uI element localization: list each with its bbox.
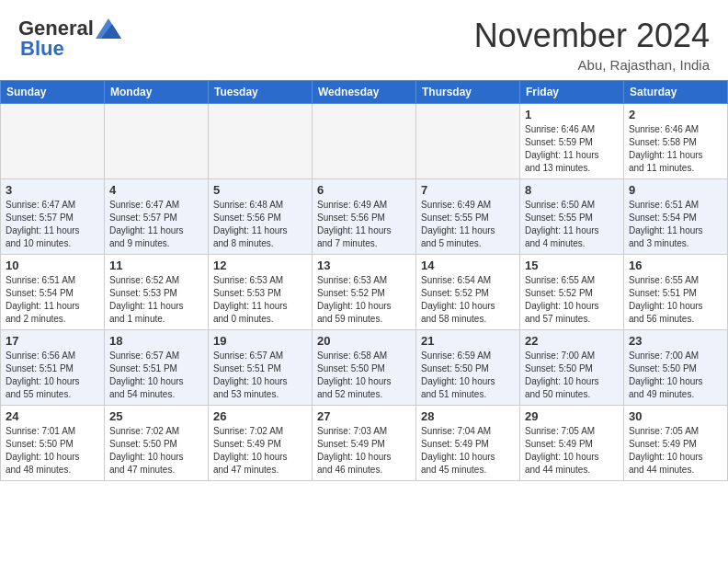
day-info: Sunrise: 7:03 AM Sunset: 5:49 PM Dayligh… [317,425,411,477]
logo-icon [96,18,121,39]
calendar-day-cell: 2Sunrise: 6:46 AM Sunset: 5:58 PM Daylig… [624,104,728,179]
day-info: Sunrise: 6:53 AM Sunset: 5:53 PM Dayligh… [213,274,307,326]
calendar-day-cell [1,104,105,179]
day-number: 18 [109,334,203,348]
calendar-day-cell: 16Sunrise: 6:55 AM Sunset: 5:51 PM Dayli… [624,255,728,330]
location: Abu, Rajasthan, India [474,57,710,73]
calendar-day-cell: 13Sunrise: 6:53 AM Sunset: 5:52 PM Dayli… [313,255,416,330]
calendar-day-cell: 1Sunrise: 6:46 AM Sunset: 5:59 PM Daylig… [520,104,624,179]
day-info: Sunrise: 7:05 AM Sunset: 5:49 PM Dayligh… [525,425,619,477]
calendar-week-row: 3Sunrise: 6:47 AM Sunset: 5:57 PM Daylig… [1,179,728,255]
day-number: 25 [109,409,203,423]
day-info: Sunrise: 6:47 AM Sunset: 5:57 PM Dayligh… [6,199,99,250]
weekday-header: Saturday [624,81,728,104]
calendar-day-cell: 20Sunrise: 6:58 AM Sunset: 5:50 PM Dayli… [313,330,416,406]
day-number: 6 [317,183,411,197]
weekday-header: Thursday [416,81,520,104]
day-info: Sunrise: 6:49 AM Sunset: 5:56 PM Dayligh… [317,199,411,250]
day-number: 7 [421,183,515,197]
day-number: 10 [6,259,99,272]
weekday-header: Tuesday [209,81,313,104]
month-title: November 2024 [474,17,710,55]
calendar-day-cell: 26Sunrise: 7:02 AM Sunset: 5:49 PM Dayli… [209,406,313,481]
calendar-day-cell: 14Sunrise: 6:54 AM Sunset: 5:52 PM Dayli… [416,255,520,330]
day-number: 17 [6,334,99,348]
calendar-day-cell: 18Sunrise: 6:57 AM Sunset: 5:51 PM Dayli… [105,330,209,406]
calendar-day-cell: 15Sunrise: 6:55 AM Sunset: 5:52 PM Dayli… [520,255,624,330]
day-info: Sunrise: 6:55 AM Sunset: 5:51 PM Dayligh… [629,274,722,326]
calendar-day-cell: 30Sunrise: 7:05 AM Sunset: 5:49 PM Dayli… [624,406,728,481]
calendar-day-cell: 25Sunrise: 7:02 AM Sunset: 5:50 PM Dayli… [105,406,209,481]
day-info: Sunrise: 6:46 AM Sunset: 5:59 PM Dayligh… [525,123,619,175]
day-number: 16 [629,259,722,272]
day-number: 8 [525,183,619,197]
day-number: 24 [6,409,99,423]
calendar-day-cell: 3Sunrise: 6:47 AM Sunset: 5:57 PM Daylig… [1,179,105,255]
calendar-day-cell: 6Sunrise: 6:49 AM Sunset: 5:56 PM Daylig… [313,179,416,255]
day-info: Sunrise: 7:02 AM Sunset: 5:50 PM Dayligh… [109,425,203,477]
header: General Blue November 2024 Abu, Rajastha… [0,0,728,80]
day-info: Sunrise: 6:55 AM Sunset: 5:52 PM Dayligh… [525,274,619,326]
weekday-header: Monday [105,81,209,104]
day-number: 11 [109,259,203,272]
day-info: Sunrise: 6:50 AM Sunset: 5:55 PM Dayligh… [525,199,619,250]
day-info: Sunrise: 6:52 AM Sunset: 5:53 PM Dayligh… [109,274,203,326]
day-info: Sunrise: 6:46 AM Sunset: 5:58 PM Dayligh… [629,123,722,175]
calendar-day-cell: 21Sunrise: 6:59 AM Sunset: 5:50 PM Dayli… [416,330,520,406]
title-block: November 2024 Abu, Rajasthan, India [474,17,710,73]
calendar-day-cell: 7Sunrise: 6:49 AM Sunset: 5:55 PM Daylig… [416,179,520,255]
calendar-day-cell: 4Sunrise: 6:47 AM Sunset: 5:57 PM Daylig… [105,179,209,255]
logo: General Blue [18,17,121,61]
day-info: Sunrise: 6:49 AM Sunset: 5:55 PM Dayligh… [421,199,515,250]
day-info: Sunrise: 6:57 AM Sunset: 5:51 PM Dayligh… [213,350,307,401]
day-info: Sunrise: 6:48 AM Sunset: 5:56 PM Dayligh… [213,199,307,250]
calendar-day-cell [105,104,209,179]
calendar-day-cell: 28Sunrise: 7:04 AM Sunset: 5:49 PM Dayli… [416,406,520,481]
calendar-day-cell: 22Sunrise: 7:00 AM Sunset: 5:50 PM Dayli… [520,330,624,406]
day-info: Sunrise: 6:47 AM Sunset: 5:57 PM Dayligh… [109,199,203,250]
calendar-day-cell: 8Sunrise: 6:50 AM Sunset: 5:55 PM Daylig… [520,179,624,255]
calendar-day-cell: 11Sunrise: 6:52 AM Sunset: 5:53 PM Dayli… [105,255,209,330]
calendar-table: SundayMondayTuesdayWednesdayThursdayFrid… [0,80,728,481]
calendar-day-cell: 29Sunrise: 7:05 AM Sunset: 5:49 PM Dayli… [520,406,624,481]
calendar-day-cell: 10Sunrise: 6:51 AM Sunset: 5:54 PM Dayli… [1,255,105,330]
calendar-day-cell [313,104,416,179]
weekday-header: Friday [520,81,624,104]
calendar-week-row: 24Sunrise: 7:01 AM Sunset: 5:50 PM Dayli… [1,406,728,481]
calendar-day-cell: 19Sunrise: 6:57 AM Sunset: 5:51 PM Dayli… [209,330,313,406]
day-number: 26 [213,409,307,423]
day-number: 13 [317,259,411,272]
calendar-day-cell: 12Sunrise: 6:53 AM Sunset: 5:53 PM Dayli… [209,255,313,330]
day-info: Sunrise: 6:51 AM Sunset: 5:54 PM Dayligh… [6,274,99,326]
day-number: 15 [525,259,619,272]
calendar-header-row: SundayMondayTuesdayWednesdayThursdayFrid… [1,81,728,104]
weekday-header: Wednesday [313,81,416,104]
day-info: Sunrise: 6:56 AM Sunset: 5:51 PM Dayligh… [6,350,99,401]
day-number: 21 [421,334,515,348]
day-info: Sunrise: 6:54 AM Sunset: 5:52 PM Dayligh… [421,274,515,326]
day-number: 5 [213,183,307,197]
day-info: Sunrise: 7:02 AM Sunset: 5:49 PM Dayligh… [213,425,307,477]
page: General Blue November 2024 Abu, Rajastha… [0,0,728,481]
calendar-day-cell: 24Sunrise: 7:01 AM Sunset: 5:50 PM Dayli… [1,406,105,481]
day-number: 27 [317,409,411,423]
calendar-day-cell [209,104,313,179]
calendar-day-cell: 27Sunrise: 7:03 AM Sunset: 5:49 PM Dayli… [313,406,416,481]
day-number: 20 [317,334,411,348]
day-info: Sunrise: 7:05 AM Sunset: 5:49 PM Dayligh… [629,425,722,477]
day-info: Sunrise: 7:04 AM Sunset: 5:49 PM Dayligh… [421,425,515,477]
day-number: 19 [213,334,307,348]
calendar-week-row: 1Sunrise: 6:46 AM Sunset: 5:59 PM Daylig… [1,104,728,179]
day-info: Sunrise: 6:59 AM Sunset: 5:50 PM Dayligh… [421,350,515,401]
day-info: Sunrise: 6:57 AM Sunset: 5:51 PM Dayligh… [109,350,203,401]
day-number: 28 [421,409,515,423]
calendar-week-row: 10Sunrise: 6:51 AM Sunset: 5:54 PM Dayli… [1,255,728,330]
day-number: 4 [109,183,203,197]
day-info: Sunrise: 6:53 AM Sunset: 5:52 PM Dayligh… [317,274,411,326]
day-number: 12 [213,259,307,272]
day-info: Sunrise: 7:00 AM Sunset: 5:50 PM Dayligh… [525,350,619,401]
day-number: 3 [6,183,99,197]
calendar-day-cell: 17Sunrise: 6:56 AM Sunset: 5:51 PM Dayli… [1,330,105,406]
day-info: Sunrise: 6:51 AM Sunset: 5:54 PM Dayligh… [629,199,722,250]
weekday-header: Sunday [1,81,105,104]
